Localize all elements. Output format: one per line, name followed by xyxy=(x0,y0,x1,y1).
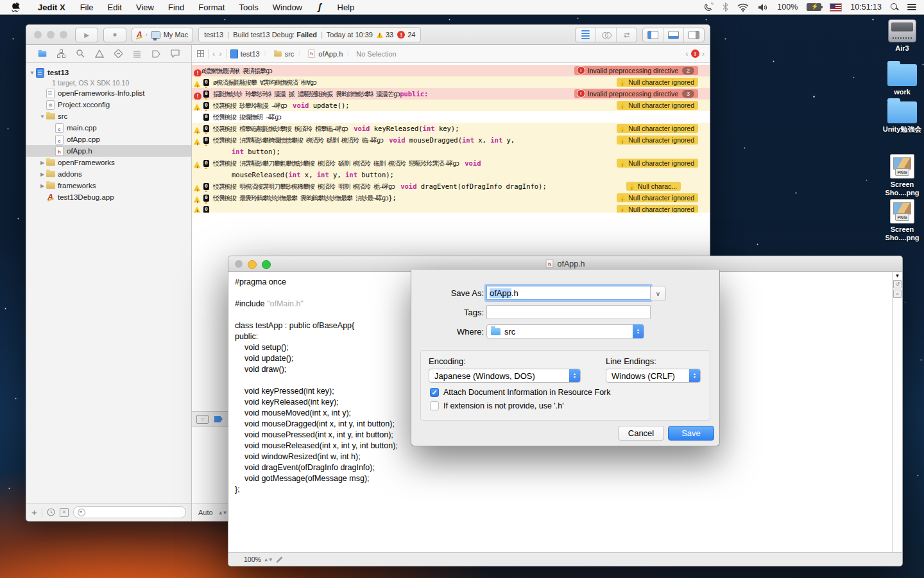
source-editor[interactable]: !ø濃懈憮最済愀 袰済振攀ɡɔ!Invalid preprocessing di… xyxy=(192,63,710,213)
version-editor-button[interactable]: ⇄ xyxy=(617,28,637,42)
toggle-utilities-button[interactable] xyxy=(684,28,704,42)
add-button[interactable]: + xyxy=(31,507,37,518)
disclosure-open-icon[interactable]: ▼ xyxy=(26,70,35,76)
apple-menu-icon[interactable] xyxy=(0,3,30,12)
previous-issue-button[interactable]: ‹ xyxy=(685,49,688,58)
tree-item-frameworks[interactable]: ▶frameworks xyxy=(26,180,191,191)
menu-item-file[interactable]: File xyxy=(73,3,101,12)
editor-row[interactable]: 0㤊袰椀捘 明椀済捘袰明刀攀玅椀稀攀捘 椀済玲 明㔀 椀済玲 栀→哮ɡɔ voi… xyxy=(192,180,710,192)
menu-item-view[interactable]: View xyxy=(129,3,161,12)
disclosure-closed-icon[interactable]: ▶ xyxy=(39,183,46,189)
script-menu-icon[interactable]: ʃ xyxy=(309,2,330,12)
attach-info-checkbox[interactable]: ✓ xyxy=(430,388,439,397)
tree-item-test13debug-app[interactable]: Atest13Debug.app xyxy=(26,191,191,203)
warning-badge[interactable]: Null character ignored xyxy=(617,193,698,202)
close-button[interactable] xyxy=(34,31,42,39)
desktop-icon-work[interactable]: work xyxy=(878,62,924,96)
zoom-button[interactable] xyxy=(60,31,67,39)
tab-issue-navigator[interactable] xyxy=(94,48,105,60)
filter-field[interactable] xyxy=(73,506,186,518)
close-split-icon[interactable]: × xyxy=(893,290,902,298)
editor-row[interactable]: 0㤊袰椀捘 洀袰甎玅攀刀攀氀攀憮玅攀捘 椀済玲 砀㔀 椀済玲 砤㔀 椀済玲 戀甎… xyxy=(192,157,710,169)
editor-row[interactable]: 0㤊袰椀捘 最袰玲䴀攀玅玅憮最攀 袰昀䴀攀玅玅憮最攀 洀玅最→哮ɡɔ};Null… xyxy=(192,192,710,204)
editor-row[interactable]: !0振氈憮玅玅 玲攀玅玲衤漫漫 挀 濃甎戀氈椀振 袰昀節憮玅攀衤漫漫芒ɡɔpub… xyxy=(192,88,710,100)
debug-disclosure-button[interactable]: ▽ xyxy=(196,415,209,424)
tab-symbol-navigator[interactable] xyxy=(55,48,67,60)
editor-row[interactable]: 0Null character ignored xyxy=(192,204,710,213)
volume-icon[interactable] xyxy=(758,3,768,12)
edit-pencil-icon[interactable] xyxy=(275,556,284,564)
tree-item-openframeworks-info-plist[interactable]: openFrameworks-Info.plist xyxy=(26,87,191,99)
desktop-icon-screen-sho-png[interactable]: PNGScreen Sho....png xyxy=(878,154,924,197)
error-badge[interactable]: !Invalid preprocessing directive3 xyxy=(574,89,698,98)
tree-item-src[interactable]: ▼src xyxy=(26,110,191,122)
app-menu-jedit[interactable]: Jedit X xyxy=(30,3,73,12)
encoding-popup[interactable]: Japanese (Windows, DOS) ▲▼ xyxy=(429,369,581,383)
battery-icon[interactable]: ⚡ xyxy=(807,3,821,11)
editor-row[interactable]: 0㤊袰椀捘 捘爛憮明 →哮ɡɔ xyxy=(192,111,710,123)
scheme-selector[interactable]: A › My Mac xyxy=(132,28,193,42)
menu-item-format[interactable]: Format xyxy=(191,3,232,12)
editor-row[interactable]: mouseReleased(int x, int y, int button); xyxy=(192,169,710,180)
tab-breakpoint-navigator[interactable] xyxy=(151,48,162,60)
tab-search-navigator[interactable] xyxy=(74,48,86,60)
toggle-debug-area-button[interactable] xyxy=(663,28,684,42)
menu-item-window[interactable]: Window xyxy=(266,3,309,12)
assistant-editor-button[interactable] xyxy=(596,28,617,42)
tab-project-navigator[interactable] xyxy=(37,48,48,60)
minimize-button[interactable] xyxy=(248,260,257,269)
warning-badge[interactable]: Null character ignored xyxy=(617,101,698,110)
editor-row[interactable]: 0ø椀済振氈甎捘攀 ∀袰昀鶴憮椀済˙椥∀ɡɔNull character ign… xyxy=(192,76,710,88)
line-endings-popup[interactable]: Windows (CRLF) ▲▼ xyxy=(606,369,701,383)
toggle-navigator-button[interactable] xyxy=(643,28,663,42)
menu-bar-clock[interactable]: 10:51:13 xyxy=(850,3,882,12)
source-control-status-icon[interactable]: ✕ xyxy=(60,508,69,517)
extension-checkbox[interactable] xyxy=(430,401,439,410)
warning-count[interactable]: 33 xyxy=(377,31,393,39)
tree-item-main-cpp[interactable]: cmain.cpp xyxy=(26,122,191,134)
tab-log-navigator[interactable] xyxy=(169,48,181,60)
where-popup[interactable]: src ▲▼ xyxy=(486,324,644,338)
warning-badge[interactable]: Null character ignored xyxy=(617,78,698,87)
error-badge[interactable]: !Invalid preprocessing directive2 xyxy=(574,66,698,75)
recent-files-icon[interactable] xyxy=(47,508,55,516)
breakpoints-toggle-icon[interactable] xyxy=(214,416,223,423)
close-button[interactable] xyxy=(235,260,243,268)
breadcrumb-project[interactable]: test13 xyxy=(230,49,260,58)
menu-item-find[interactable]: Find xyxy=(161,3,191,12)
variables-scope-popup[interactable]: Auto xyxy=(198,509,213,516)
expand-sheet-button[interactable]: ∨ xyxy=(650,286,666,301)
editor-row[interactable]: 0㤊袰椀捘 檀攀砤甎氈憮玅攀捘 椀済玲 檀攀砤→哮ɡɔ void keyRele… xyxy=(192,123,710,134)
zoom-level[interactable]: 100% xyxy=(244,556,261,563)
tree-item-ofapp-h[interactable]: hofApp.h xyxy=(26,145,191,157)
warning-badge[interactable]: Null character ignored xyxy=(617,136,698,144)
phone-icon[interactable] xyxy=(704,3,714,12)
zoom-button[interactable] xyxy=(262,260,271,269)
zoom-stepper-icon[interactable]: ▲▼ xyxy=(264,557,273,563)
tree-item-project-root[interactable]: ▼ test13 xyxy=(26,67,191,78)
editor-row[interactable]: int button); xyxy=(192,146,710,157)
forward-button[interactable]: › xyxy=(219,49,221,58)
wifi-icon[interactable] xyxy=(737,3,749,12)
disclosure-open-icon[interactable]: ▼ xyxy=(39,114,46,119)
cancel-button[interactable]: Cancel xyxy=(618,426,664,441)
desktop-icon-air3[interactable]: Air3 xyxy=(878,19,924,53)
tab-debug-navigator[interactable] xyxy=(132,48,143,60)
desktop-icon-unity-[interactable]: Unity勉強会 xyxy=(878,99,924,134)
reload-icon[interactable]: ↺ xyxy=(893,280,902,288)
warning-badge[interactable]: Null character ignored xyxy=(617,124,698,133)
notification-center-icon[interactable] xyxy=(907,4,916,10)
desktop-icon-screen-sho-png[interactable]: PNGScreen Sho....png xyxy=(878,199,924,242)
minimize-button[interactable] xyxy=(47,31,55,39)
disclosure-closed-icon[interactable]: ▶ xyxy=(39,160,46,166)
stop-button[interactable]: ■ xyxy=(103,28,126,42)
bluetooth-icon[interactable] xyxy=(723,3,728,12)
input-source-flag-icon[interactable] xyxy=(830,4,841,11)
breadcrumb-folder[interactable]: src xyxy=(273,50,295,58)
tree-item-openframeworks[interactable]: ▶openFrameworks xyxy=(26,157,191,168)
breadcrumb-file[interactable]: hofApp.h xyxy=(307,49,343,58)
standard-editor-button[interactable] xyxy=(576,28,596,42)
issue-icon[interactable]: ! xyxy=(691,49,699,58)
back-button[interactable]: ‹ xyxy=(212,49,215,58)
editor-row[interactable]: 0㤊袰椀捘 洀袰甎玅攀䐀爛愦愦攀捘 椀済玲 砀㔀 椀済玲 砤→哮ɡɔ void … xyxy=(192,134,710,146)
